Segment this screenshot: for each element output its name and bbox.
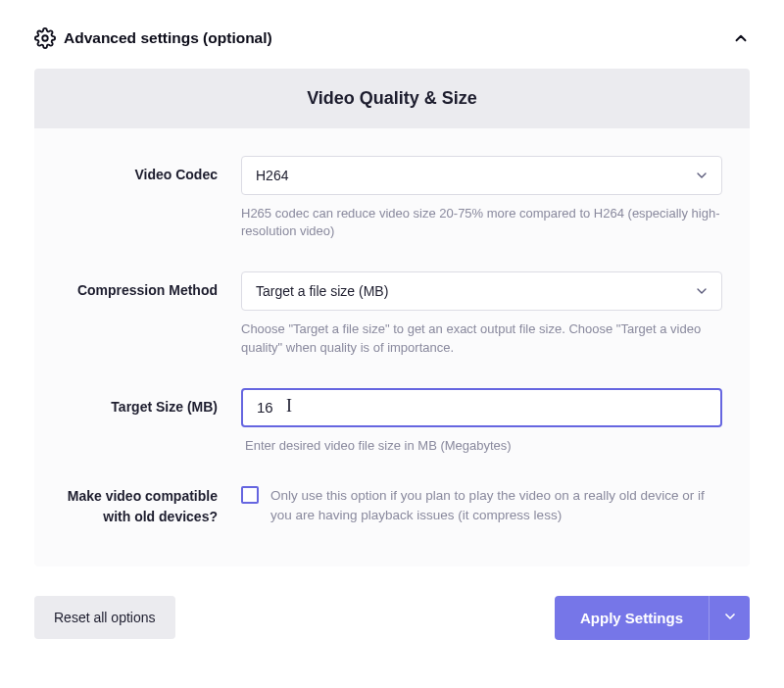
apply-button-group: Apply Settings (555, 596, 750, 640)
settings-body: Video Codec H264 H265 codec can reduce v… (34, 128, 750, 566)
gear-icon (34, 27, 56, 49)
section-title: Video Quality & Size (307, 88, 477, 108)
svg-point-0 (42, 35, 48, 41)
select-video-codec[interactable]: H264 (241, 156, 722, 195)
advanced-header-left: Advanced settings (optional) (34, 27, 272, 49)
chevron-down-icon (694, 283, 710, 299)
control-video-codec: H264 H265 codec can reduce video size 20… (241, 156, 722, 240)
label-compat: Make video compatible with old devices? (62, 486, 241, 527)
chevron-down-icon (722, 609, 738, 627)
reset-button[interactable]: Reset all options (34, 596, 175, 639)
select-compression-method[interactable]: Target a file size (MB) (241, 271, 722, 311)
checkbox-compat[interactable] (241, 486, 259, 504)
field-compat: Make video compatible with old devices? … (62, 486, 722, 527)
checkbox-row-compat: Only use this option if you plan to play… (241, 486, 722, 526)
chevron-down-icon (694, 168, 710, 183)
label-compression-method: Compression Method (62, 271, 241, 356)
apply-more-button[interactable] (709, 596, 750, 640)
section-header: Video Quality & Size (34, 69, 750, 128)
label-video-codec: Video Codec (62, 156, 241, 240)
select-video-codec-value: H264 (256, 168, 288, 183)
checkbox-compat-label: Only use this option if you plan to play… (270, 486, 722, 526)
footer: Reset all options Apply Settings (34, 596, 750, 640)
hint-target-size: Enter desired video file size in MB (Meg… (245, 437, 722, 455)
advanced-title: Advanced settings (optional) (64, 29, 272, 47)
hint-video-codec: H265 codec can reduce video size 20-75% … (241, 205, 722, 240)
hint-compression-method: Choose "Target a file size" to get an ex… (241, 320, 722, 356)
chevron-up-icon[interactable] (732, 29, 750, 47)
apply-button[interactable]: Apply Settings (555, 596, 709, 640)
control-compression-method: Target a file size (MB) Choose "Target a… (241, 271, 722, 356)
input-target-size[interactable] (241, 388, 722, 427)
control-target-size: I Enter desired video file size in MB (M… (241, 388, 722, 455)
control-compat: Only use this option if you plan to play… (241, 486, 722, 527)
field-target-size: Target Size (MB) I Enter desired video f… (62, 388, 722, 455)
field-video-codec: Video Codec H264 H265 codec can reduce v… (62, 156, 722, 240)
advanced-settings-header[interactable]: Advanced settings (optional) (34, 24, 750, 69)
label-target-size: Target Size (MB) (62, 388, 241, 455)
field-compression-method: Compression Method Target a file size (M… (62, 271, 722, 356)
input-wrap-target-size: I (241, 388, 722, 427)
select-compression-method-value: Target a file size (MB) (256, 283, 388, 299)
